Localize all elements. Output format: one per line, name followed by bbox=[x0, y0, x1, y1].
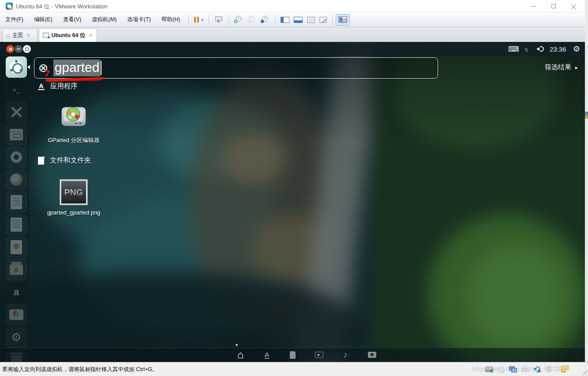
network-adapter-icon[interactable] bbox=[509, 365, 517, 372]
lens-photos[interactable] bbox=[363, 348, 381, 362]
firefox-icon bbox=[10, 173, 22, 186]
launcher-item-writer[interactable] bbox=[6, 192, 27, 213]
menu-file[interactable]: 文件(F) bbox=[0, 12, 29, 27]
toolbar-separator bbox=[332, 15, 333, 25]
launcher-item-terminal[interactable]: >_ bbox=[6, 79, 27, 100]
session-gear-icon[interactable]: ⚙ bbox=[573, 42, 580, 56]
home-icon: ⌂ bbox=[6, 33, 10, 39]
menu-help[interactable]: 帮助(H) bbox=[156, 12, 185, 27]
launcher-item-software-center[interactable]: A bbox=[6, 259, 27, 280]
window-title: Ubuntu 64 位 - VMware Workstation bbox=[16, 3, 108, 11]
launcher-item-text-editor[interactable] bbox=[6, 102, 27, 123]
host-icon-fragment bbox=[585, 112, 588, 119]
library-panel-icon bbox=[281, 17, 289, 23]
minimize-button[interactable] bbox=[523, 0, 543, 12]
menu-tabs[interactable]: 选项卡(T) bbox=[122, 12, 156, 27]
toolbar-separator bbox=[275, 15, 275, 25]
result-label: GParted 分区编辑器 bbox=[38, 136, 109, 144]
unity-launcher: >_ A a ⚙ bbox=[0, 56, 29, 362]
close-button[interactable] bbox=[564, 0, 584, 12]
usb-device-icon[interactable] bbox=[545, 365, 553, 372]
filter-results-button[interactable]: 筛选结果▸ bbox=[494, 63, 578, 71]
console-view-icon bbox=[338, 16, 347, 23]
tab-home[interactable]: ⌂ 主页 ✕ bbox=[2, 29, 37, 42]
menu-view[interactable]: 查看(V) bbox=[58, 12, 87, 27]
maximize-button[interactable] bbox=[543, 0, 564, 12]
keyboard-indicator-icon[interactable]: ⌨ bbox=[508, 42, 519, 56]
console-view-button[interactable] bbox=[336, 14, 350, 26]
status-separator bbox=[557, 365, 557, 373]
dash-minimize-button[interactable] bbox=[15, 45, 22, 53]
lens-files[interactable] bbox=[284, 348, 301, 362]
amazon-icon: a bbox=[14, 287, 19, 297]
ctrl-alt-del-icon bbox=[214, 16, 223, 24]
message-log-icon[interactable] bbox=[561, 366, 569, 372]
launcher-item-firefox[interactable] bbox=[6, 169, 27, 190]
video-lens-icon: ▶ bbox=[315, 352, 323, 358]
menu-edit[interactable]: 编辑(E) bbox=[29, 12, 58, 27]
tab-close-icon[interactable]: ✕ bbox=[88, 33, 93, 38]
volume-indicator-icon[interactable] bbox=[536, 42, 545, 56]
show-library-button[interactable] bbox=[278, 14, 292, 26]
lens-videos[interactable]: ▶ bbox=[310, 348, 328, 362]
result-label: gparted_gparted.png bbox=[38, 209, 109, 216]
menu-bar: 文件(F) 编辑(E) 查看(V) 虚拟机(M) 选项卡(T) 帮助(H) ▾ bbox=[0, 12, 588, 27]
tab-bar: ⌂ 主页 ✕ ▶ Ubuntu 64 位 ✕ bbox=[0, 27, 588, 42]
tab-ubuntu-vm[interactable]: ▶ Ubuntu 64 位 ✕ bbox=[39, 28, 97, 42]
status-bar: 要将输入定向到该虚拟机，请将鼠标指针移入其中或按 Ctrl+G。 https:/… bbox=[0, 362, 588, 376]
vm-display[interactable]: ⌨ ↑↓ 23:36 ⚙ >_ A a ⚙ ⊗ gparted bbox=[0, 42, 585, 362]
launcher-item-calc[interactable] bbox=[6, 214, 27, 235]
launcher-item-dash-home[interactable] bbox=[6, 56, 27, 78]
camera-lens-icon bbox=[368, 352, 376, 358]
editor-icon bbox=[11, 106, 22, 118]
active-launcher-arrow-icon bbox=[27, 65, 30, 69]
launcher-item-chromium[interactable] bbox=[6, 147, 27, 168]
sound-device-icon[interactable] bbox=[533, 365, 541, 372]
pause-icon bbox=[194, 17, 199, 23]
dash-close-button[interactable] bbox=[6, 45, 14, 53]
launcher-item-system-settings[interactable]: ⚙ bbox=[6, 327, 27, 348]
dash-search-bar[interactable]: ⊗ gparted bbox=[34, 57, 438, 79]
tab-close-icon[interactable]: ✕ bbox=[26, 33, 31, 38]
cdrom-icon[interactable] bbox=[497, 365, 505, 372]
take-snapshot-button[interactable] bbox=[232, 14, 245, 26]
clock-indicator[interactable]: 23:36 bbox=[550, 42, 566, 56]
vmware-window: Ubuntu 64 位 - VMware Workstation 文件(F) 编… bbox=[0, 0, 588, 376]
gparted-disk-icon bbox=[9, 309, 23, 320]
impress-icon bbox=[11, 240, 22, 254]
launcher-item-amazon[interactable]: a bbox=[6, 282, 27, 303]
search-result-png-file[interactable]: PNG gparted_gparted.png bbox=[38, 180, 109, 216]
launcher-item-file-cabinet[interactable] bbox=[6, 124, 27, 145]
printer-icon[interactable] bbox=[521, 365, 529, 372]
snapshot-take-icon bbox=[234, 16, 243, 24]
lens-home[interactable]: ⌂ bbox=[232, 348, 249, 362]
ubuntu-top-panel bbox=[0, 42, 585, 56]
lens-applications[interactable]: A bbox=[258, 348, 276, 362]
hard-disk-icon[interactable] bbox=[485, 365, 493, 372]
lens-music[interactable]: ♪ bbox=[337, 348, 354, 362]
menu-vm[interactable]: 虚拟机(M) bbox=[86, 12, 122, 27]
search-input[interactable]: gparted bbox=[53, 60, 101, 77]
thumbnail-bar-icon bbox=[294, 17, 303, 23]
search-result-gparted-app[interactable]: GParted 分区编辑器 bbox=[38, 102, 109, 144]
unity-mode-button[interactable] bbox=[317, 14, 329, 26]
dash-maximize-button[interactable] bbox=[23, 45, 31, 53]
vm-screen-icon: ▶ bbox=[43, 33, 49, 38]
launcher-item-impress[interactable] bbox=[6, 237, 27, 258]
applications-section-header: A 应用程序 bbox=[38, 82, 78, 91]
snapshot-revert-icon bbox=[247, 16, 256, 24]
chevron-down-icon[interactable]: ▾ bbox=[201, 18, 203, 22]
fullscreen-button[interactable] bbox=[305, 14, 317, 26]
network-indicator-icon[interactable]: ↑↓ bbox=[524, 42, 527, 56]
collapse-arrow-icon[interactable]: ▾ bbox=[236, 342, 238, 347]
manage-snapshots-button[interactable] bbox=[258, 14, 272, 26]
launcher-item-gparted[interactable] bbox=[6, 304, 27, 325]
host-desktop-sliver bbox=[585, 0, 588, 376]
send-ctrl-alt-del-button[interactable] bbox=[212, 14, 225, 26]
show-thumbnail-bar-button[interactable] bbox=[292, 14, 305, 26]
toolbar-separator bbox=[209, 15, 209, 25]
png-file-icon: PNG bbox=[60, 180, 87, 205]
revert-snapshot-button[interactable] bbox=[245, 14, 258, 26]
files-lens-icon bbox=[38, 157, 44, 165]
suspend-vm-button[interactable]: ▾ bbox=[192, 14, 206, 26]
